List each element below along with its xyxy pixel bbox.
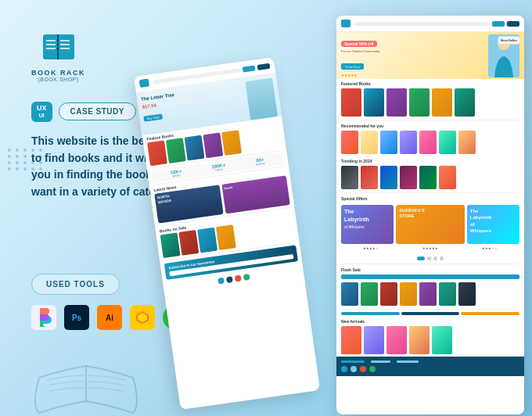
right-flash-sale-label: Flash Sale xyxy=(336,265,524,273)
right-header-btn1 xyxy=(492,21,505,27)
rec-book-7 xyxy=(458,131,476,154)
right-mockup: Special 50% Off For our Student Communit… xyxy=(336,16,524,414)
left-footer-icon-1 xyxy=(217,278,225,285)
right-header-btn2 xyxy=(507,21,519,27)
used-tools-button[interactable]: USED TOOLS xyxy=(31,274,120,295)
ps-label: Ps xyxy=(72,314,81,322)
rec-book-1 xyxy=(341,131,358,154)
offer-rating-3: ★★★☆☆ xyxy=(482,246,498,250)
right-flash-books xyxy=(336,281,524,308)
featured-book-4 xyxy=(409,88,430,117)
pagination-dot-3 xyxy=(433,256,437,260)
right-flash-sale-timer xyxy=(341,274,519,279)
notion-icon xyxy=(130,305,155,330)
right-offers-row: TheLabyrinth of Whispers SHABAKA'SSTORE … xyxy=(341,205,519,244)
left-header-logo xyxy=(139,79,149,88)
footer-social-4 xyxy=(369,366,376,372)
footer-social-3 xyxy=(360,366,366,372)
footer-link-3 xyxy=(397,360,419,363)
right-footer xyxy=(336,357,524,376)
more-book-1 xyxy=(341,326,361,354)
trend-book-6 xyxy=(439,166,456,189)
right-special-offers: TheLabyrinth of Whispers SHABAKA'SSTORE … xyxy=(336,202,524,254)
rec-book-4 xyxy=(400,131,417,154)
left-book-1 xyxy=(147,141,167,167)
right-header-logo xyxy=(341,20,350,27)
open-book-decoration xyxy=(16,358,156,416)
left-footer-icon-2 xyxy=(225,276,232,283)
logo-icon xyxy=(38,31,79,66)
ux-ui-badge: UX UI xyxy=(31,102,52,122)
right-pagination xyxy=(336,254,524,263)
footer-social-2 xyxy=(350,366,357,372)
offer-card-3: TheLabyrinthofWhispers xyxy=(467,205,519,244)
offer-rating-2: ★★★★★ xyxy=(422,246,438,250)
stat-authors: 50+ Authors xyxy=(255,157,265,167)
right-divider-2 xyxy=(341,192,519,193)
right-recommended-label: Recommended for you xyxy=(336,121,524,129)
svg-rect-1 xyxy=(57,34,59,59)
right-more-books xyxy=(336,325,524,357)
featured-book-6 xyxy=(455,88,475,117)
pagination-dot-1 xyxy=(417,256,425,260)
rec-book-6 xyxy=(439,131,456,154)
logo-subtext: (BOOK SHOP) xyxy=(38,77,78,82)
featured-book-1 xyxy=(341,88,361,117)
logo-text: BOOK RACK xyxy=(31,69,85,77)
right-flash-nav xyxy=(336,310,524,317)
left-mockup: The Letter Tree $17.54 Buy Now Feature B… xyxy=(134,57,320,410)
trend-book-2 xyxy=(361,166,378,189)
flash-book-2 xyxy=(361,282,378,306)
photoshop-icon: Ps xyxy=(64,305,89,330)
logo-section: BOOK RACK (BOOK SHOP) xyxy=(31,31,85,82)
flash-book-7 xyxy=(458,282,476,306)
pagination-dot-2 xyxy=(427,256,431,260)
badges-section: UX UI CASE STUDY xyxy=(31,102,136,122)
right-divider-3 xyxy=(341,264,519,264)
illustrator-icon: Ai xyxy=(97,305,122,330)
stat-books-lbl: Books xyxy=(171,174,182,178)
right-mockup-header xyxy=(336,16,524,32)
more-book-2 xyxy=(364,326,384,354)
right-trending-books xyxy=(336,164,524,192)
right-hero: Special 50% Off For our Student Communit… xyxy=(336,32,524,79)
featured-book-5 xyxy=(432,88,452,117)
right-footer-links xyxy=(341,360,519,363)
pagination-dot-4 xyxy=(440,256,444,260)
left-book-2 xyxy=(166,138,186,163)
left-sale-book-4 xyxy=(216,224,236,250)
trend-book-4 xyxy=(400,166,417,189)
mockup-container: The Letter Tree $17.54 Buy Now Feature B… xyxy=(188,16,524,414)
footer-link-2 xyxy=(371,360,390,363)
figma-icon xyxy=(31,305,56,330)
right-hero-subtitle: For our Student Community xyxy=(341,49,488,53)
rec-book-2 xyxy=(361,131,378,154)
rec-book-5 xyxy=(419,131,437,154)
flash-book-6 xyxy=(439,282,456,306)
left-hero-book-image xyxy=(245,77,278,120)
left-book-5 xyxy=(221,130,242,156)
footer-social-1 xyxy=(341,366,347,372)
footer-link-1 xyxy=(341,360,365,363)
stat-users: 190K+ Users xyxy=(211,163,226,172)
left-sale-book-2 xyxy=(178,230,199,256)
case-study-badge: CASE STUDY xyxy=(59,102,136,120)
left-cta-button: Buy Now xyxy=(143,114,163,122)
stat-authors-lbl: Authors xyxy=(256,162,266,167)
flash-nav-1 xyxy=(341,312,400,315)
right-footer-social xyxy=(341,366,519,372)
left-footer-icon-3 xyxy=(234,275,241,282)
flash-book-4 xyxy=(400,282,417,306)
right-hero-rating: ★★★★★ xyxy=(341,73,488,77)
left-sale-book-1 xyxy=(160,232,181,258)
offer-rating-1: ★★★★☆ xyxy=(363,246,379,250)
right-hero-badge: Special 50% Off xyxy=(341,41,377,47)
right-featured-books xyxy=(336,87,524,119)
left-footer-icon-4 xyxy=(243,274,250,281)
left-sale-book-3 xyxy=(197,228,217,253)
right-nav-bar xyxy=(354,22,490,26)
flash-nav-3 xyxy=(461,312,519,315)
right-recommended-books xyxy=(336,129,524,156)
more-book-5 xyxy=(432,326,452,354)
left-header-btn2 xyxy=(257,63,270,70)
